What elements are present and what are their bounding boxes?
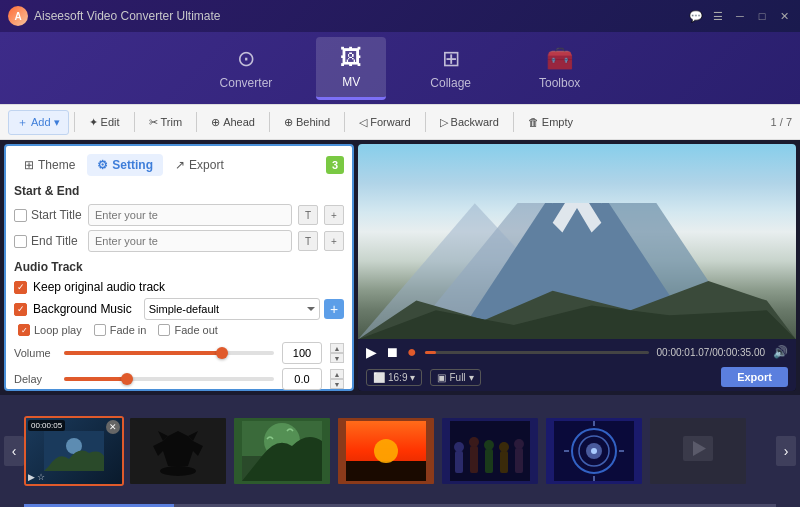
- volume-up-button[interactable]: ▲: [330, 343, 344, 353]
- tab-theme[interactable]: ⊞ Theme: [14, 154, 85, 176]
- window-controls: 💬 ☰ ─ □ ✕: [688, 8, 792, 24]
- music-add-button[interactable]: +: [324, 299, 344, 319]
- tab-export[interactable]: ↗ Export: [165, 154, 234, 176]
- end-title-checkbox[interactable]: [14, 235, 27, 248]
- film-item-1[interactable]: 00:00:05 ✕ ▶ ☆: [24, 416, 124, 486]
- aspect-ratio-button[interactable]: ⬜ 16:9 ▾: [366, 369, 422, 386]
- filmstrip-next-button[interactable]: ›: [776, 436, 796, 466]
- loop-play-label[interactable]: ✓ Loop play: [18, 324, 82, 336]
- filmstrip-prev-button[interactable]: ‹: [4, 436, 24, 466]
- app-title: Aiseesoft Video Converter Ultimate: [34, 9, 688, 23]
- loop-play-checkbox[interactable]: ✓: [18, 324, 30, 336]
- aspect-icon: ⬜: [373, 372, 385, 383]
- app-body: ＋ Add ▾ ✦ Edit ✂ Trim ⊕ Ahead ⊕ Behind ◁…: [0, 104, 800, 507]
- nav-toolbox[interactable]: 🧰 Toolbox: [515, 38, 604, 98]
- svg-rect-23: [485, 449, 493, 473]
- fade-out-label[interactable]: Fade out: [158, 324, 217, 336]
- behind-button[interactable]: ⊕ Behind: [275, 111, 339, 134]
- film-item-3[interactable]: [232, 416, 332, 486]
- thumb-1-close-button[interactable]: ✕: [106, 420, 120, 434]
- background-music-checkbox[interactable]: ✓: [14, 303, 27, 316]
- play-button[interactable]: ▶: [366, 344, 377, 360]
- sep-4: [269, 112, 270, 132]
- maximize-icon[interactable]: □: [754, 8, 770, 24]
- start-title-font-icon[interactable]: T: [298, 205, 318, 225]
- start-title-input[interactable]: [88, 204, 292, 226]
- music-dropdown[interactable]: Simple-default: [144, 298, 320, 320]
- fade-out-checkbox[interactable]: [158, 324, 170, 336]
- volume-thumb[interactable]: [216, 347, 228, 359]
- menu-icon[interactable]: ☰: [710, 8, 726, 24]
- edit-button[interactable]: ✦ Edit: [80, 111, 129, 134]
- end-title-checkbox-label[interactable]: End Title: [14, 234, 82, 248]
- tab-setting[interactable]: ⚙ Setting: [87, 154, 163, 176]
- start-title-add-icon[interactable]: +: [324, 205, 344, 225]
- aspect-chevron: ▾: [410, 372, 415, 383]
- delay-down-button[interactable]: ▼: [330, 379, 344, 389]
- chat-icon[interactable]: 💬: [688, 8, 704, 24]
- stop-button[interactable]: ⏹: [385, 344, 399, 360]
- mountain-scene: [358, 203, 796, 340]
- badge-count: 3: [326, 156, 344, 174]
- setting-gear-icon: ⚙: [97, 158, 108, 172]
- end-title-font-icon[interactable]: T: [298, 231, 318, 251]
- backward-button[interactable]: ▷ Backward: [431, 111, 508, 134]
- behind-icon: ⊕: [284, 116, 293, 129]
- thumb-1-icons: ▶ ☆: [28, 472, 45, 482]
- audio-track-section: Audio Track ✓ Keep original audio track …: [14, 260, 344, 390]
- export-button[interactable]: Export: [721, 367, 788, 387]
- nav-collage-label: Collage: [430, 76, 471, 90]
- film-item-4[interactable]: [336, 416, 436, 486]
- film-item-2[interactable]: [128, 416, 228, 486]
- svg-point-24: [484, 440, 494, 450]
- nav-collage[interactable]: ⊞ Collage: [406, 38, 495, 98]
- trim-button[interactable]: ✂ Trim: [140, 111, 192, 134]
- sep-1: [74, 112, 75, 132]
- fit-mode-button[interactable]: ▣ Full ▾: [430, 369, 480, 386]
- fade-in-label[interactable]: Fade in: [94, 324, 147, 336]
- collage-icon: ⊞: [442, 46, 460, 72]
- ahead-icon: ⊕: [211, 116, 220, 129]
- svg-point-33: [591, 448, 597, 454]
- start-title-checkbox[interactable]: [14, 209, 27, 222]
- film-item-7[interactable]: [648, 416, 748, 486]
- nav-converter[interactable]: ⊙ Converter: [196, 38, 297, 98]
- forward-icon: ◁: [359, 116, 367, 129]
- volume-slider[interactable]: [64, 351, 274, 355]
- navbar: ⊙ Converter 🖼 MV ⊞ Collage 🧰 Toolbox: [0, 32, 800, 104]
- end-title-input[interactable]: [88, 230, 292, 252]
- video-controls-bar-2: ⬜ 16:9 ▾ ▣ Full ▾ Export: [358, 365, 796, 391]
- delay-up-button[interactable]: ▲: [330, 369, 344, 379]
- svg-rect-19: [455, 451, 463, 473]
- forward-button[interactable]: ◁ Forward: [350, 111, 419, 134]
- volume-down-button[interactable]: ▼: [330, 353, 344, 363]
- progress-bar[interactable]: [425, 351, 649, 354]
- playback-options-row: ✓ Loop play Fade in Fade out: [18, 324, 344, 336]
- close-icon[interactable]: ✕: [776, 8, 792, 24]
- fade-in-checkbox[interactable]: [94, 324, 106, 336]
- nav-mv[interactable]: 🖼 MV: [316, 37, 386, 100]
- video-controls-bar: ▶ ⏹ ● 00:00:01.07/00:00:35.00 🔊: [358, 339, 796, 365]
- film-item-6[interactable]: [544, 416, 644, 486]
- ahead-button[interactable]: ⊕ Ahead: [202, 111, 264, 134]
- nav-toolbox-label: Toolbox: [539, 76, 580, 90]
- sep-6: [425, 112, 426, 132]
- delay-thumb[interactable]: [121, 373, 133, 385]
- delay-slider[interactable]: [64, 377, 274, 381]
- time-display: 00:00:01.07/00:00:35.00: [657, 347, 765, 358]
- sep-3: [196, 112, 197, 132]
- start-end-section: Start & End Start Title T + End Title: [14, 184, 344, 252]
- backward-icon: ▷: [440, 116, 448, 129]
- end-title-add-icon[interactable]: +: [324, 231, 344, 251]
- add-button[interactable]: ＋ Add ▾: [8, 110, 69, 135]
- film-item-5[interactable]: [440, 416, 540, 486]
- start-title-checkbox-label[interactable]: Start Title: [14, 208, 82, 222]
- svg-point-11: [160, 466, 196, 476]
- thumb-3-preview: [242, 421, 322, 481]
- video-preview-panel: ▶ ⏹ ● 00:00:01.07/00:00:35.00 🔊 ⬜ 16:9 ▾: [358, 144, 796, 391]
- empty-button[interactable]: 🗑 Empty: [519, 111, 582, 133]
- trim-icon: ✂: [149, 116, 158, 129]
- minimize-icon[interactable]: ─: [732, 8, 748, 24]
- volume-icon[interactable]: 🔊: [773, 345, 788, 359]
- keep-original-checkbox[interactable]: ✓: [14, 281, 27, 294]
